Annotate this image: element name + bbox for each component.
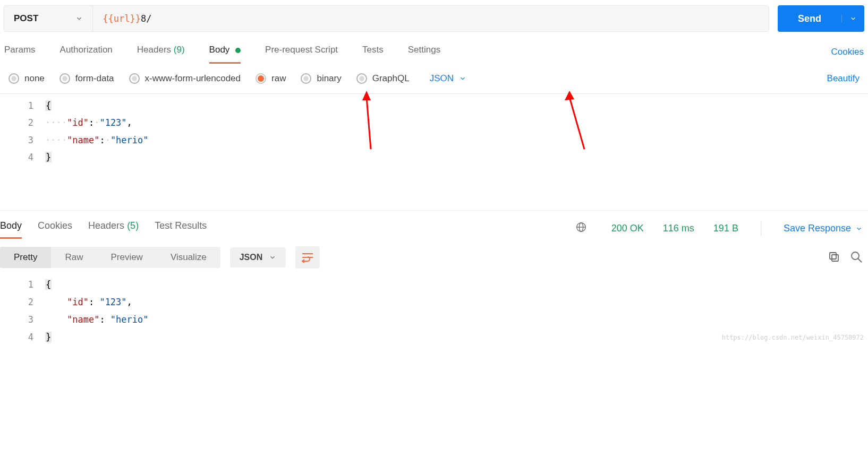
tab-settings[interactable]: Settings <box>408 40 440 64</box>
brace: } <box>45 332 52 342</box>
json-key: "name" <box>67 314 99 325</box>
radio-graphql[interactable]: GraphQL <box>356 73 410 84</box>
svg-point-11 <box>852 252 859 260</box>
response-format-value: JSON <box>240 253 263 262</box>
radio-icon <box>356 73 367 84</box>
line-number: 3 <box>0 311 45 329</box>
status-time: 116 ms <box>663 223 694 234</box>
radio-label: x-www-form-urlencoded <box>145 73 241 84</box>
json-value: "123" <box>99 297 126 307</box>
url-path: 8/ <box>141 13 151 24</box>
body-type-row: none form-data x-www-form-urlencoded raw… <box>0 64 868 93</box>
status-code: 200 OK <box>611 223 644 234</box>
response-tab-headers[interactable]: Headers (5) <box>88 218 139 239</box>
json-value: "herio" <box>110 314 149 325</box>
radio-label: binary <box>317 73 341 84</box>
radio-icon <box>8 73 19 84</box>
radio-binary[interactable]: binary <box>301 73 341 84</box>
radio-xwww[interactable]: x-www-form-urlencoded <box>129 73 241 84</box>
response-view-row: Pretty Raw Preview Visualize JSON <box>0 239 868 273</box>
copy-icon[interactable] <box>828 251 840 265</box>
tab-headers-label: Headers <box>137 45 171 55</box>
wrap-lines-button[interactable] <box>295 246 320 269</box>
save-response-button[interactable]: Save Response <box>784 223 868 234</box>
body-modified-dot-icon <box>235 48 241 53</box>
json-value: "123" <box>99 117 126 128</box>
json-key: "name" <box>67 135 99 145</box>
tab-prerequest[interactable]: Pre-request Script <box>265 40 338 64</box>
request-tabs: Params Authorization Headers (9) Body Pr… <box>0 37 868 64</box>
line-number: 4 <box>0 149 45 166</box>
brace: { <box>45 100 52 111</box>
line-number: 3 <box>0 132 45 149</box>
chevron-down-icon <box>269 254 276 261</box>
chevron-down-icon <box>855 225 863 232</box>
request-body-editor[interactable]: 1{ 2····"id":·"123", 3····"name":·"herio… <box>0 93 868 210</box>
json-value: "herio" <box>110 135 149 145</box>
chevron-down-icon <box>75 15 83 22</box>
beautify-link[interactable]: Beautify <box>827 73 860 84</box>
line-number: 4 <box>0 329 45 346</box>
radio-form-data[interactable]: form-data <box>59 73 114 84</box>
save-response-label: Save Response <box>784 223 851 234</box>
method-select[interactable]: POST <box>4 6 93 31</box>
view-pretty[interactable]: Pretty <box>0 247 51 268</box>
request-bar: POST {{url}}8/ <box>4 5 769 32</box>
tab-body[interactable]: Body <box>209 40 241 64</box>
svg-rect-10 <box>830 253 836 259</box>
indent-dots: ···· <box>45 135 67 145</box>
tab-tests[interactable]: Tests <box>362 40 384 64</box>
response-body-editor[interactable]: 1{ 2 "id": "123", 3 "name": "herio" 4} h… <box>0 273 868 347</box>
radio-label: GraphQL <box>372 73 410 84</box>
wrap-icon <box>301 252 314 263</box>
send-dropdown[interactable] <box>841 15 864 22</box>
tab-authorization[interactable]: Authorization <box>60 40 113 64</box>
body-format-value: JSON <box>430 73 454 84</box>
headers-count: (9) <box>174 45 185 55</box>
view-visualize[interactable]: Visualize <box>157 247 220 268</box>
view-raw[interactable]: Raw <box>51 247 97 268</box>
tab-body-label: Body <box>209 45 230 55</box>
response-tab-test-results[interactable]: Test Results <box>155 218 207 239</box>
line-number: 1 <box>0 97 45 114</box>
response-tab-cookies[interactable]: Cookies <box>38 218 72 239</box>
send-button[interactable]: Send <box>778 5 864 32</box>
radio-none[interactable]: none <box>8 73 45 84</box>
view-preview[interactable]: Preview <box>97 247 156 268</box>
svg-line-12 <box>858 258 862 262</box>
globe-icon[interactable] <box>575 221 587 236</box>
url-input[interactable]: {{url}}8/ <box>93 6 769 31</box>
response-headers-label: Headers <box>88 220 124 231</box>
tab-params[interactable]: Params <box>4 40 36 64</box>
svg-rect-9 <box>832 255 838 261</box>
response-headers-count: (5) <box>127 220 139 231</box>
json-key: "id" <box>67 297 89 307</box>
radio-icon <box>256 73 266 84</box>
brace: } <box>45 152 52 162</box>
response-tab-body[interactable]: Body <box>0 218 22 239</box>
cookies-link[interactable]: Cookies <box>831 47 864 57</box>
search-icon[interactable] <box>850 251 863 265</box>
response-tabs: Body Cookies Headers (5) Test Results 20… <box>0 210 868 239</box>
status-size: 191 B <box>713 223 738 234</box>
tab-headers[interactable]: Headers (9) <box>137 40 185 64</box>
method-value: POST <box>14 13 38 24</box>
radio-label: raw <box>271 73 286 84</box>
send-button-label: Send <box>778 13 841 24</box>
radio-label: none <box>24 73 45 84</box>
url-variable: {{url}} <box>103 13 141 24</box>
radio-icon <box>59 73 70 84</box>
indent-dots: ···· <box>45 117 67 128</box>
body-format-select[interactable]: JSON <box>430 73 466 84</box>
chevron-down-icon <box>849 15 857 22</box>
chevron-down-icon <box>459 75 466 82</box>
divider <box>761 221 761 236</box>
radio-raw[interactable]: raw <box>256 73 286 84</box>
json-key: "id" <box>67 117 89 128</box>
radio-icon <box>129 73 140 84</box>
radio-icon <box>301 73 311 84</box>
response-format-select[interactable]: JSON <box>230 247 286 267</box>
watermark: https://blog.csdn.net/weixin_45750972 <box>722 332 864 344</box>
line-number: 2 <box>0 114 45 131</box>
line-number: 1 <box>0 276 45 294</box>
